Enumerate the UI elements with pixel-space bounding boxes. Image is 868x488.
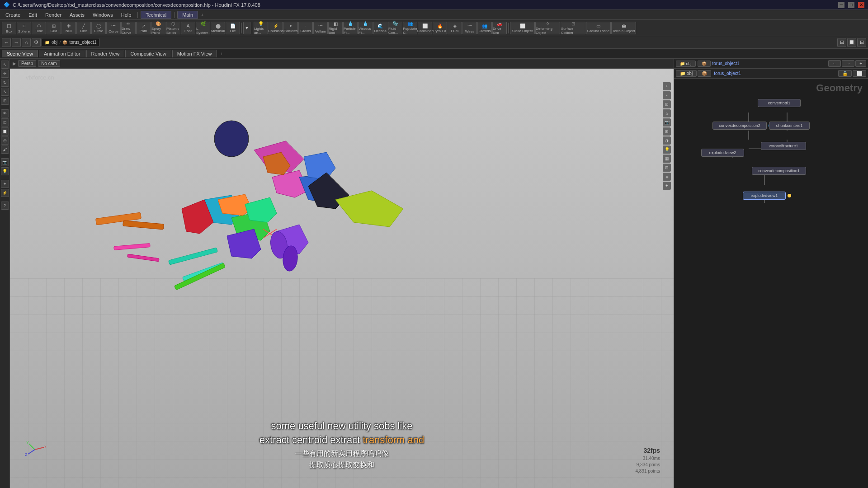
tool-fem[interactable]: ◈FEM (448, 22, 462, 34)
close-button[interactable]: ✕ (858, 2, 864, 8)
tool-box[interactable]: ◻Box (2, 22, 16, 34)
tool-viscousfl[interactable]: 💧Viscous FI... (358, 22, 373, 34)
vp-geometry[interactable]: ◈ (663, 173, 671, 181)
home-button[interactable]: ⌂ (22, 38, 31, 47)
vp-home[interactable]: ⌂ (663, 109, 671, 117)
menu-edit[interactable]: Edit (25, 11, 41, 19)
node-explodedview1[interactable]: explodedview1 (743, 192, 791, 200)
node-converttotri1[interactable]: converttotri1 (758, 99, 801, 107)
lp-dynamics[interactable]: ⚡ (1, 189, 9, 197)
tab-composite-view[interactable]: Composite View (125, 50, 171, 57)
tool-vellum[interactable]: 〜Vellum (313, 22, 328, 34)
lp-move[interactable]: ✛ (1, 70, 9, 78)
lp-light[interactable]: 💡 (1, 167, 9, 175)
tab-scene-view[interactable]: Scene View (2, 50, 38, 57)
tool-grid[interactable]: ⊞Grid (47, 22, 61, 34)
node-voronoifracture1[interactable]: voronoifracture1 (761, 142, 806, 150)
tool-null[interactable]: ✚Null (61, 22, 76, 34)
settings-icon[interactable]: ⚙ (32, 38, 41, 47)
tool-lsystem[interactable]: 🌿L-System (196, 22, 210, 34)
rp-forward[interactable]: → (842, 60, 854, 67)
tool-particles[interactable]: ✦Particles (283, 22, 298, 34)
lp-scale[interactable]: ⤡ (1, 88, 9, 96)
tool-oceans[interactable]: 🌊Oceans (373, 22, 387, 34)
lp-handle[interactable]: ⊡ (1, 118, 9, 127)
tool-spraypaint[interactable]: 🎨Spray Paint (151, 22, 165, 34)
tool-path[interactable]: ↗Path (136, 22, 151, 34)
tool-surfacecollider[interactable]: ⊡Surface Collider (561, 22, 585, 34)
node-convexdecomposition1[interactable]: convexdecomposition1 (752, 167, 806, 175)
tool-pyrofx[interactable]: 🔥Pyro FX (433, 22, 447, 34)
lp-paint[interactable]: 🖌 (1, 145, 9, 154)
tool-terrainobj[interactable]: 🏔Terrain Object (611, 22, 636, 34)
rp-tab-node[interactable]: 📁 obj (676, 70, 697, 77)
tool-font[interactable]: AFont (181, 22, 195, 34)
tool-deformingobj[interactable]: ◊Deforming Object (535, 22, 560, 34)
tool-rigidbody[interactable]: ◧Rigid Bod (328, 22, 343, 34)
maximize-button[interactable]: □ (848, 2, 854, 8)
node-explodedview2[interactable]: explodedview2 (701, 149, 744, 157)
vp-particles[interactable]: ✦ (663, 182, 671, 190)
lp-soft-radius[interactable]: ◎ (1, 136, 9, 145)
node-graph[interactable]: Geometry converttotri1 convexdecompositi… (674, 79, 868, 488)
vp-zoom-out[interactable]: - (663, 91, 671, 99)
tool-drawcurve[interactable]: ✏Draw Curve (121, 22, 136, 34)
tool-metaball[interactable]: ⬤Metaball (211, 22, 225, 34)
tool-line[interactable]: ╱Line (76, 22, 91, 34)
snap-btn[interactable]: 🔲 (847, 38, 856, 47)
menu-main[interactable]: Main (177, 11, 198, 19)
vp-render[interactable]: 📷 (663, 118, 671, 127)
tool-grains[interactable]: ·Grains (298, 22, 313, 34)
rp-add[interactable]: + (855, 60, 866, 67)
tool-tube[interactable]: ⬭Tube (32, 22, 46, 34)
node-convexdecomposition2[interactable]: convexdecomposition2 (712, 122, 772, 130)
tool-platonic[interactable]: ⬡Platonic Solids (166, 22, 180, 34)
tab-animation-editor[interactable]: Animation Editor (39, 50, 85, 57)
workspace-add[interactable]: + (201, 12, 203, 18)
menu-technical[interactable]: Technical (141, 11, 171, 19)
tool-lights[interactable]: 💡Lights an... (254, 22, 268, 34)
rp-lock[interactable]: 🔒 (838, 70, 852, 77)
tool-curve[interactable]: 〜Curve (106, 22, 121, 34)
tool-circle[interactable]: ◯Circle (91, 22, 106, 34)
rp-tab-icon2[interactable]: 📦 (698, 70, 711, 77)
lp-select[interactable]: ↖ (1, 61, 9, 69)
vp-zoom-in[interactable]: + (663, 82, 671, 90)
tool-populate[interactable]: 👥Populate C... (403, 22, 417, 34)
lp-transform[interactable]: ⊞ (1, 97, 9, 105)
vp-grid[interactable]: ⊟ (663, 164, 671, 172)
rp-float[interactable]: ⬜ (853, 70, 866, 77)
tool-fluidcon[interactable]: 🫧Fluid Con... (388, 22, 402, 34)
menu-assets[interactable]: Assets (66, 11, 88, 19)
menu-help[interactable]: Help (118, 11, 135, 19)
viewport-3d[interactable]: vfxforce.cn (10, 69, 674, 488)
persp-button[interactable]: Persp (18, 60, 36, 67)
vp-shading[interactable]: ◑ (663, 136, 671, 145)
lp-particles[interactable]: ✦ (1, 180, 9, 188)
tool-groundplane[interactable]: ▭Ground Plane (586, 22, 611, 34)
back-button[interactable]: ← (2, 38, 11, 47)
tool-container[interactable]: ⬜Container (418, 22, 432, 34)
vp-bg[interactable]: ▦ (663, 155, 671, 163)
tool-collisions[interactable]: ⚡Collisions (269, 22, 283, 34)
lp-snap[interactable]: 🔲 (1, 127, 9, 136)
tab-motion-fx-view[interactable]: Motion FX View (172, 50, 217, 57)
vp-display[interactable]: ⊞ (663, 127, 671, 136)
lp-question[interactable]: ? (1, 202, 9, 210)
viewport-layout-btn[interactable]: ⊟ (837, 38, 846, 47)
tool-drivesim[interactable]: 🚗Drive Sim (492, 22, 507, 34)
tool-particlefl[interactable]: 💧Particle Fi... (343, 22, 358, 34)
forward-button[interactable]: → (12, 38, 21, 47)
menu-windows[interactable]: Windows (89, 11, 117, 19)
camera-button[interactable]: No cam (38, 60, 60, 67)
rp-back[interactable]: ← (828, 60, 841, 67)
lp-camera[interactable]: 📷 (1, 158, 9, 166)
tool-crowds[interactable]: 👥Crowds (477, 22, 492, 34)
tool-staticobj[interactable]: ⬜Static Object (510, 22, 535, 34)
minimize-button[interactable]: ─ (838, 2, 844, 8)
lp-rotate[interactable]: ↻ (1, 79, 9, 87)
add-tab-button[interactable]: + (218, 50, 226, 57)
lp-view[interactable]: 👁 (1, 109, 9, 117)
tool-file[interactable]: 📄File (226, 22, 240, 34)
tool-sphere[interactable]: ○Sphere (17, 22, 31, 34)
